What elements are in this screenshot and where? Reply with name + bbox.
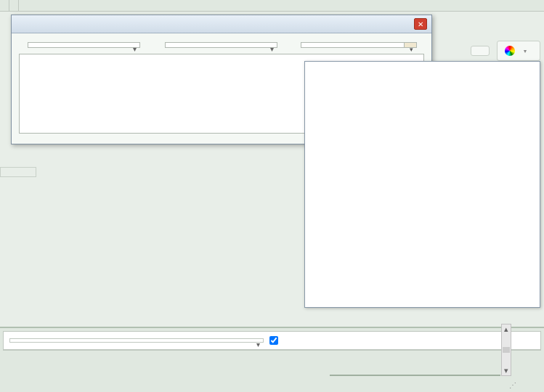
chevron-down-icon: ▾ [410,46,413,53]
resource-dropdown[interactable] [304,61,540,308]
start-datetime-input[interactable] [28,42,140,48]
clinic-combo[interactable] [9,338,264,343]
show-planned-input[interactable] [269,336,278,345]
resource-picker-bottom[interactable] [330,375,500,376]
color-wheel-icon [505,46,515,56]
scrollbar[interactable]: ▴▾ [501,324,511,376]
app-tabbar [0,0,544,12]
dialog-titlebar[interactable]: ✕ [12,15,431,33]
stop-datetime-input[interactable] [165,42,277,48]
show-planned-checkbox[interactable] [269,336,281,345]
app-tab-start[interactable] [0,0,9,11]
dialog-close-button[interactable]: ✕ [414,18,427,30]
bottom-panel [0,327,544,392]
chevron-down-icon: ▾ [524,48,527,54]
colors-button[interactable]: ▾ [497,41,540,61]
ema-button[interactable] [471,46,490,56]
schedule-day-header [0,167,36,177]
resize-grip-icon[interactable]: ⋰ [509,381,515,389]
resource-combo[interactable]: ▾ [301,42,417,48]
app-tab-operations[interactable] [9,0,19,11]
column-headers [3,350,541,351]
